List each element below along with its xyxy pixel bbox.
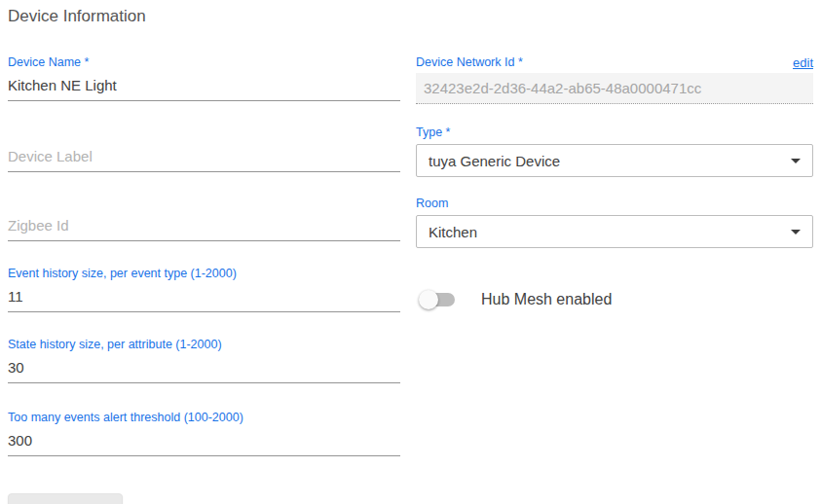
chevron-down-icon xyxy=(791,230,801,234)
edit-link[interactable]: edit xyxy=(793,55,813,70)
left-column: Device Name * Event history size, per ev… xyxy=(8,55,400,504)
device-network-id-label: Device Network Id * xyxy=(416,55,523,70)
page-title: Device Information xyxy=(8,7,813,26)
device-network-id-value: 32423e2d-2d36-44a2-ab65-48a0000471cc xyxy=(416,73,813,104)
device-name-label: Device Name * xyxy=(8,55,400,70)
hub-mesh-row: Hub Mesh enabled xyxy=(416,291,813,308)
device-information-page: Device Information Device Name * Event h… xyxy=(0,0,821,504)
event-history-field: Event history size, per event type (1-20… xyxy=(8,267,400,312)
zigbee-id-field xyxy=(8,213,400,241)
event-history-label: Event history size, per event type (1-20… xyxy=(8,267,400,281)
right-column: Device Network Id * edit 32423e2d-2d36-4… xyxy=(416,55,813,308)
room-label: Room xyxy=(416,197,813,211)
chevron-down-icon xyxy=(791,159,801,163)
event-history-input[interactable] xyxy=(8,284,400,312)
type-label: Type * xyxy=(416,126,813,140)
type-selected-value: tuya Generic Device xyxy=(429,153,560,169)
form-columns: Device Name * Event history size, per ev… xyxy=(8,55,813,504)
state-history-input[interactable] xyxy=(8,355,400,383)
device-label-input[interactable] xyxy=(8,144,400,172)
too-many-events-input[interactable] xyxy=(8,428,400,456)
type-select[interactable]: tuya Generic Device xyxy=(416,144,813,177)
state-history-label: State history size, per attribute (1-200… xyxy=(8,338,400,352)
hub-mesh-toggle[interactable] xyxy=(422,293,455,306)
room-selected-value: Kitchen xyxy=(429,224,477,240)
device-label-field xyxy=(8,144,400,172)
save-device-button[interactable]: Save Device xyxy=(8,493,123,504)
state-history-field: State history size, per attribute (1-200… xyxy=(8,338,400,383)
type-field: Type * tuya Generic Device xyxy=(416,126,813,177)
hub-mesh-label: Hub Mesh enabled xyxy=(481,291,612,308)
device-network-id-header: Device Network Id * edit xyxy=(416,55,813,70)
room-field: Room Kitchen xyxy=(416,197,813,248)
room-select[interactable]: Kitchen xyxy=(416,215,813,248)
toggle-thumb-icon xyxy=(419,290,438,309)
too-many-events-label: Too many events alert threshold (100-200… xyxy=(8,411,400,425)
zigbee-id-input[interactable] xyxy=(8,213,400,241)
device-name-field: Device Name * xyxy=(8,55,400,101)
device-name-input[interactable] xyxy=(8,73,400,101)
too-many-events-field: Too many events alert threshold (100-200… xyxy=(8,411,400,456)
